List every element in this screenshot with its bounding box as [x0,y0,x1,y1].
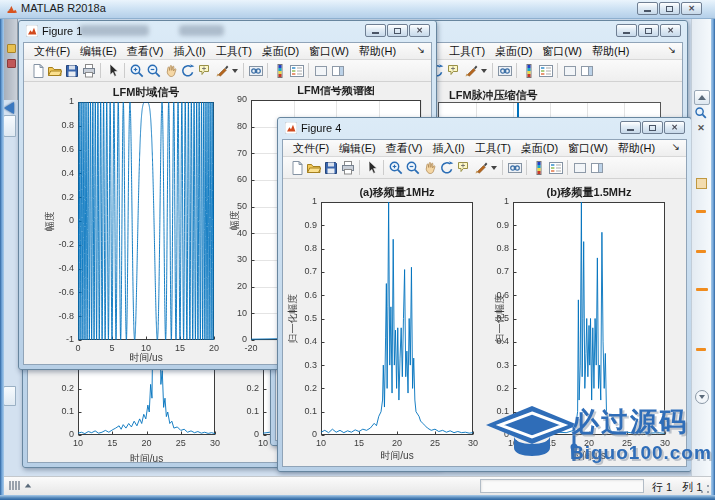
brush-icon[interactable] [462,62,479,79]
menu-item-6[interactable]: 窗口(W) [306,44,352,59]
resize-grip[interactable] [700,484,709,493]
menu-item-5[interactable]: 桌面(D) [259,44,302,59]
menu-item-5[interactable]: 桌面(D) [518,141,561,156]
link-plots-icon[interactable] [247,62,264,79]
menu-item-0[interactable]: 文件(F) [290,141,332,156]
insert-legend-icon[interactable] [537,62,554,79]
menu-item-1[interactable]: 编辑(E) [336,141,379,156]
figure4-window[interactable]: Figure 4 ✕ 文件(F)编辑(E)查看(V)插入(I)工具(T)桌面(D… [277,117,692,472]
menu-item-2[interactable]: 查看(V) [383,141,426,156]
menu-item-6[interactable]: 窗口(W) [565,141,611,156]
close-button[interactable]: ✕ [660,24,681,37]
figure1-titlebar[interactable]: Figure 1 ✕ [19,21,436,42]
warning-marker[interactable] [696,348,706,351]
zoom-in-icon[interactable] [128,62,145,79]
left-panel-edge [4,18,18,100]
new-document-icon[interactable] [29,62,46,79]
search-magnifier-icon[interactable] [694,106,708,124]
link-plots-icon[interactable] [496,62,513,79]
insert-colorbar-icon[interactable] [520,62,537,79]
pan-hand-icon[interactable] [421,159,438,176]
menu-item-2[interactable]: 查看(V) [124,44,167,59]
minimized-panel-tab[interactable] [3,386,16,406]
insert-colorbar-icon[interactable] [271,62,288,79]
menu-item-0[interactable]: 文件(F) [31,44,73,59]
menu-item-3[interactable]: 插入(I) [170,44,208,59]
restore-panel-arrow-icon[interactable] [4,102,14,114]
dropdown-caret-icon[interactable] [232,69,238,73]
open-folder-icon[interactable] [46,62,63,79]
zoom-out-icon[interactable] [145,62,162,79]
dropdown-caret-icon[interactable] [491,166,497,170]
pointer-arrow-icon[interactable] [104,62,121,79]
dock-figure-icon[interactable]: ↘ [672,141,680,152]
rotate-3d-icon[interactable] [179,62,196,79]
minimize-button[interactable] [620,121,641,134]
link-plots-icon[interactable] [506,159,523,176]
close-search-icon[interactable]: ✕ [694,123,708,133]
hide-plot-tools-icon[interactable] [561,62,578,79]
warning-marker[interactable] [696,210,706,213]
rotate-3d-icon[interactable] [438,159,455,176]
toolbar-separator [567,160,568,175]
zoom-out-icon[interactable] [404,159,421,176]
print-icon[interactable] [80,62,97,79]
maximize-button[interactable] [659,2,680,15]
menu-item-1[interactable]: 桌面(D) [492,44,535,59]
bookmark-marker[interactable] [696,178,707,189]
zoom-in-icon[interactable] [387,159,404,176]
menu-item-7[interactable]: 帮助(H) [356,44,399,59]
close-button[interactable]: ✕ [681,2,702,15]
dropdown-caret-icon[interactable] [481,69,487,73]
main-titlebar[interactable]: MATLAB R2018a ✕ [0,0,715,19]
hide-plot-tools-icon[interactable] [571,159,588,176]
maximize-button[interactable] [642,121,663,134]
show-plot-tools-icon[interactable] [329,62,346,79]
warning-marker[interactable] [696,250,706,253]
menu-item-3[interactable]: 插入(I) [429,141,467,156]
menu-item-0[interactable]: 工具(T) [446,44,488,59]
show-plot-tools-icon[interactable] [588,159,605,176]
new-document-icon[interactable] [288,159,305,176]
data-cursor-icon[interactable] [445,62,462,79]
show-plot-tools-icon[interactable] [578,62,595,79]
warning-marker[interactable] [696,288,708,291]
minimize-button[interactable] [637,2,658,15]
statusbar-grip[interactable] [9,481,32,490]
editor-indicator-strip: ✕ [691,18,711,477]
menu-item-1[interactable]: 编辑(E) [77,44,120,59]
menu-item-4[interactable]: 工具(T) [213,44,255,59]
save-icon[interactable] [63,62,80,79]
menu-item-2[interactable]: 窗口(W) [539,44,585,59]
figure4-titlebar[interactable]: Figure 4 ✕ [278,118,691,139]
minimize-button[interactable] [365,24,386,37]
close-button[interactable]: ✕ [409,24,430,37]
dock-figure-icon[interactable]: ↘ [417,44,425,55]
hide-plot-tools-icon[interactable] [312,62,329,79]
close-button[interactable]: ✕ [664,121,685,134]
brush-icon[interactable] [472,159,489,176]
print-icon[interactable] [339,159,356,176]
brush-icon[interactable] [213,62,230,79]
data-cursor-icon[interactable] [196,62,213,79]
data-cursor-icon[interactable] [455,159,472,176]
open-folder-icon[interactable] [305,159,322,176]
pointer-arrow-icon[interactable] [363,159,380,176]
window-border-left [0,0,4,500]
toolbar-separator [502,160,503,175]
maximize-button[interactable] [638,24,659,37]
maximize-button[interactable] [387,24,408,37]
menu-item-3[interactable]: 帮助(H) [589,44,632,59]
collapse-arrow-icon[interactable] [695,390,709,404]
minimize-button[interactable] [616,24,637,37]
save-icon[interactable] [322,159,339,176]
minimized-panel-tab[interactable] [3,115,16,137]
insert-legend-icon[interactable] [288,62,305,79]
insert-colorbar-icon[interactable] [530,159,547,176]
dock-figure-icon[interactable]: ↘ [668,44,676,55]
menu-item-4[interactable]: 工具(T) [472,141,514,156]
menu-item-7[interactable]: 帮助(H) [615,141,658,156]
scroll-up-arrow-icon[interactable] [694,90,710,105]
pan-hand-icon[interactable] [162,62,179,79]
insert-legend-icon[interactable] [547,159,564,176]
